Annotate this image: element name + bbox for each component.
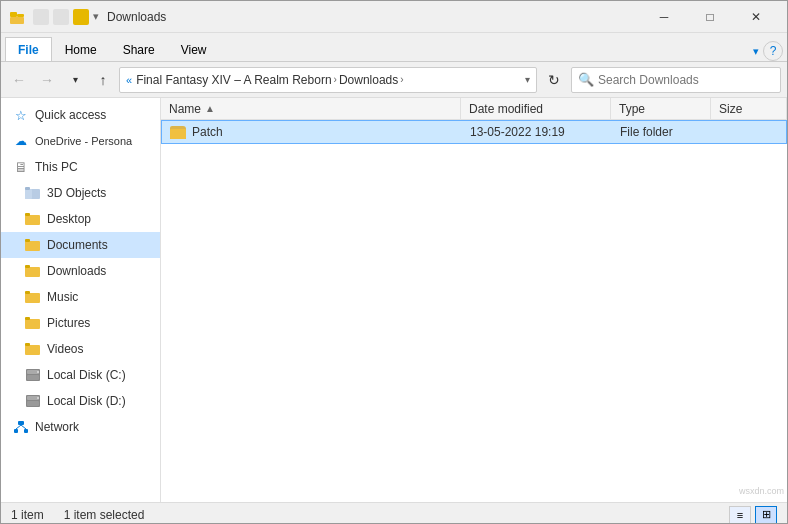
search-icon: 🔍 [578, 72, 594, 87]
svg-rect-9 [25, 239, 30, 242]
file-cell-size [712, 120, 786, 144]
sidebar-item-desktop[interactable]: Desktop [1, 206, 160, 232]
tab-share[interactable]: Share [110, 37, 168, 61]
svg-point-25 [37, 397, 39, 399]
breadcrumb-sep2: › [400, 74, 403, 85]
svg-rect-14 [25, 319, 40, 329]
up-button[interactable]: ↑ [91, 68, 115, 92]
svg-rect-7 [25, 213, 30, 216]
sidebar-label-local-c: Local Disk (C:) [47, 368, 126, 382]
svg-rect-1 [10, 17, 24, 24]
disk-c-icon [25, 367, 41, 383]
videos-folder-icon [25, 341, 41, 357]
folder-3d-icon [25, 185, 41, 201]
sidebar-item-local-d[interactable]: Local Disk (D:) [1, 388, 160, 414]
forward-button[interactable]: → [35, 68, 59, 92]
svg-line-29 [16, 425, 21, 429]
folder-title-icon [73, 9, 89, 25]
col-header-type[interactable]: Type [611, 98, 711, 120]
search-input[interactable] [598, 73, 774, 87]
breadcrumb-game: Final Fantasy XIV – A Realm Reborn [136, 73, 331, 87]
pc-icon: 🖥 [13, 159, 29, 175]
help-button[interactable]: ? [763, 41, 783, 61]
svg-rect-13 [25, 291, 30, 294]
svg-rect-12 [25, 293, 40, 303]
minimize-button[interactable]: ─ [641, 1, 687, 33]
address-bar[interactable]: « Final Fantasy XIV – A Realm Reborn › D… [119, 67, 537, 93]
file-area: Name ▲ Date modified Type Size Patch 13-… [161, 98, 787, 502]
folder-icon [170, 126, 186, 139]
sidebar-item-videos[interactable]: Videos [1, 336, 160, 362]
close-button[interactable]: ✕ [733, 1, 779, 33]
watermark: wsxdn.com [739, 486, 784, 496]
svg-rect-6 [25, 215, 40, 225]
title-bar-dropdown[interactable]: ▾ [93, 10, 99, 23]
sidebar: ☆ Quick access ☁ OneDrive - Persona 🖥 Th… [1, 98, 161, 502]
svg-rect-24 [27, 401, 39, 406]
table-row[interactable]: Patch 13-05-2022 19:19 File folder [161, 120, 787, 144]
main-area: ☆ Quick access ☁ OneDrive - Persona 🖥 Th… [1, 98, 787, 502]
title-bar-left-icons: ▾ [9, 9, 99, 25]
network-icon [13, 419, 29, 435]
sidebar-label-quick-access: Quick access [35, 108, 106, 122]
downloads-folder-icon [25, 263, 41, 279]
svg-rect-5 [25, 187, 30, 190]
pictures-folder-icon [25, 315, 41, 331]
sidebar-item-3d-objects[interactable]: 3D Objects [1, 180, 160, 206]
sidebar-item-downloads[interactable]: Downloads [1, 258, 160, 284]
tiles-view-button[interactable]: ⊞ [755, 506, 777, 524]
recent-locations-button[interactable]: ▾ [63, 68, 87, 92]
music-folder-icon [25, 289, 41, 305]
sidebar-label-local-d: Local Disk (D:) [47, 394, 126, 408]
sidebar-item-this-pc[interactable]: 🖥 This PC [1, 154, 160, 180]
svg-rect-16 [25, 345, 40, 355]
tab-view[interactable]: View [168, 37, 220, 61]
sort-arrow-name: ▲ [205, 103, 215, 114]
tab-file[interactable]: File [5, 37, 52, 61]
disk-d-icon [25, 393, 41, 409]
sidebar-item-local-c[interactable]: Local Disk (C:) [1, 362, 160, 388]
svg-rect-28 [24, 429, 28, 433]
view-toggle-group: ≡ ⊞ [729, 506, 777, 524]
cloud-icon: ☁ [13, 133, 29, 149]
refresh-button[interactable]: ↻ [541, 67, 567, 93]
sidebar-label-network: Network [35, 420, 79, 434]
file-cell-type: File folder [612, 120, 712, 144]
sidebar-label-this-pc: This PC [35, 160, 78, 174]
sidebar-item-onedrive[interactable]: ☁ OneDrive - Persona [1, 128, 160, 154]
col-header-name[interactable]: Name ▲ [161, 98, 461, 120]
sidebar-label-pictures: Pictures [47, 316, 90, 330]
details-view-button[interactable]: ≡ [729, 506, 751, 524]
sidebar-item-music[interactable]: Music [1, 284, 160, 310]
ribbon-collapse-btn[interactable]: ▾ [753, 45, 759, 58]
svg-rect-11 [25, 265, 30, 268]
file-list-content: Patch 13-05-2022 19:19 File folder [161, 120, 787, 502]
status-bar: 1 item 1 item selected ≡ ⊞ [1, 502, 787, 524]
window-controls: ─ □ ✕ [641, 1, 779, 33]
breadcrumb: Final Fantasy XIV – A Realm Reborn › Dow… [136, 73, 404, 87]
col-header-date[interactable]: Date modified [461, 98, 611, 120]
svg-rect-4 [25, 189, 32, 199]
sidebar-item-quick-access[interactable]: ☆ Quick access [1, 102, 160, 128]
back-button[interactable]: ← [7, 68, 31, 92]
svg-line-30 [21, 425, 26, 429]
svg-rect-8 [25, 241, 40, 251]
maximize-button[interactable]: □ [687, 1, 733, 33]
svg-rect-0 [10, 12, 17, 17]
tab-home[interactable]: Home [52, 37, 110, 61]
nav-bar: ← → ▾ ↑ « Final Fantasy XIV – A Realm Re… [1, 62, 787, 98]
address-dropdown[interactable]: ▾ [525, 74, 530, 85]
col-header-size[interactable]: Size [711, 98, 787, 120]
sidebar-item-network[interactable]: Network [1, 414, 160, 440]
sidebar-label-onedrive: OneDrive - Persona [35, 135, 132, 147]
sidebar-item-pictures[interactable]: Pictures [1, 310, 160, 336]
file-list-header: Name ▲ Date modified Type Size [161, 98, 787, 120]
sidebar-item-documents[interactable]: Documents [1, 232, 160, 258]
breadcrumb-downloads: Downloads [339, 73, 398, 87]
quickaccess-icon [53, 9, 69, 25]
search-box[interactable]: 🔍 [571, 67, 781, 93]
sidebar-label-downloads: Downloads [47, 264, 106, 278]
ribbon: File Home Share View ▾ ? [1, 33, 787, 62]
breadcrumb-sep1: › [334, 74, 337, 85]
svg-rect-26 [18, 421, 24, 425]
